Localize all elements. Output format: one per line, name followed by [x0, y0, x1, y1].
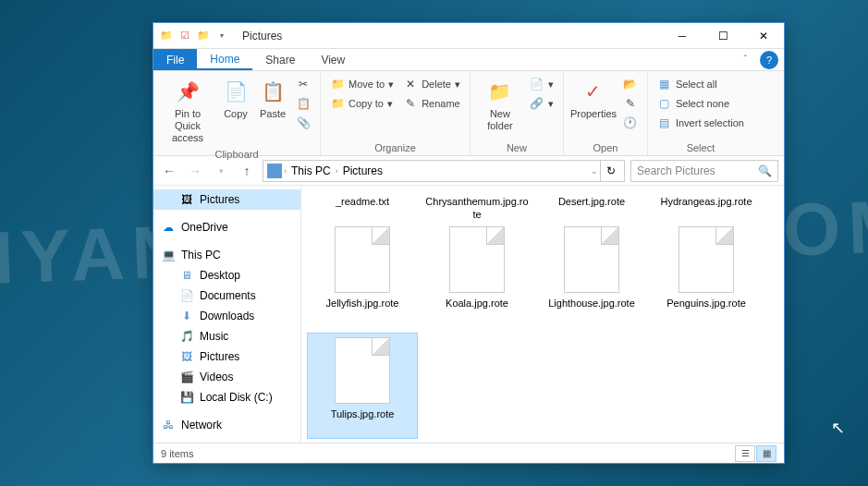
cut-button[interactable]: ✂ [292, 75, 314, 93]
file-item[interactable]: Jellyfish.jpg.rote [307, 223, 418, 329]
copy-path-button[interactable]: 📋 [292, 94, 314, 113]
address-dropdown-icon[interactable]: ⌄ [591, 166, 598, 176]
sidebar-item-documents[interactable]: 📄Documents [153, 286, 300, 306]
select-none-button[interactable]: ▢Select none [654, 94, 748, 113]
search-icon: 🔍 [758, 164, 772, 177]
downloads-icon: ⬇ [179, 309, 194, 323]
edit-button[interactable]: ✎ [619, 94, 642, 113]
file-name: Hydrangeas.jpg.rote [660, 195, 752, 208]
invert-selection-button[interactable]: ▤Invert selection [654, 114, 748, 132]
file-item[interactable]: _readme.txt [307, 191, 418, 219]
moveto-icon: 📁 [330, 77, 345, 91]
newitem-icon: 📄 [530, 77, 544, 91]
tab-file[interactable]: File [153, 49, 197, 70]
navigation-bar: ← → ▾ ↑ › This PC › Pictures ⌄ ↻ Search … [153, 156, 784, 186]
sidebar-item-downloads[interactable]: ⬇Downloads [153, 306, 300, 326]
file-name: Jellyfish.jpg.rote [326, 297, 399, 310]
file-item[interactable]: Hydrangeas.jpg.rote [651, 191, 762, 219]
file-name: Chrysanthemum.jpg.rote [425, 195, 529, 219]
details-view-button[interactable]: ☰ [735, 445, 755, 462]
forward-button[interactable]: → [185, 161, 205, 181]
thispc-icon: 💻 [161, 248, 176, 262]
file-item[interactable]: Desert.jpg.rote [536, 191, 647, 219]
help-icon[interactable]: ? [760, 51, 778, 69]
content-area: 🖼Pictures ☁OneDrive 💻This PC 🖥Desktop 📄D… [153, 186, 784, 443]
open-button[interactable]: 📂 [619, 75, 642, 93]
paste-button[interactable]: 📋 Paste [255, 75, 290, 122]
ribbon-tabs: File Home Share View ˆ ? [153, 49, 784, 71]
copy-button[interactable]: 📄 Copy [218, 75, 253, 122]
qat-newfolder-icon[interactable]: 📁 [196, 29, 211, 43]
onedrive-icon: ☁ [161, 220, 176, 235]
quick-access-toolbar: 📁 ☑ 📁 ▾ [153, 29, 235, 43]
pin-quick-access-button[interactable]: 📌 Pin to Quick access [159, 75, 216, 147]
file-list[interactable]: _readme.txtChrysanthemum.jpg.roteDesert.… [301, 186, 784, 443]
new-item-button[interactable]: 📄▾ [526, 75, 557, 93]
breadcrumb-thispc[interactable]: This PC [288, 164, 334, 177]
move-to-button[interactable]: 📁Move to ▾ [326, 75, 397, 93]
file-name: Penguins.jpg.rote [666, 297, 746, 310]
sidebar-item-pictures[interactable]: 🖼Pictures [153, 346, 300, 367]
delete-button[interactable]: ✕Delete ▾ [399, 75, 464, 93]
file-item[interactable]: Penguins.jpg.rote [651, 223, 762, 329]
back-button[interactable]: ← [159, 161, 179, 181]
collapse-ribbon-button[interactable]: ˆ [737, 49, 754, 70]
tab-share[interactable]: Share [252, 49, 308, 70]
documents-icon: 📄 [179, 288, 194, 303]
file-item[interactable]: Chrysanthemum.jpg.rote [422, 191, 532, 219]
new-folder-button[interactable]: 📁 New folder [476, 75, 524, 134]
sidebar-item-pictures-qa[interactable]: 🖼Pictures [153, 189, 300, 210]
refresh-button[interactable]: ↻ [600, 161, 620, 181]
search-input[interactable]: Search Pictures 🔍 [630, 160, 778, 182]
sidebar-item-desktop[interactable]: 🖥Desktop [153, 265, 300, 286]
file-icon [679, 226, 734, 293]
file-item[interactable]: Koala.jpg.rote [422, 223, 532, 329]
easy-access-button[interactable]: 🔗▾ [526, 94, 557, 113]
sidebar-item-videos[interactable]: 🎬Videos [153, 367, 300, 387]
sidebar-item-localdisk[interactable]: 💾Local Disk (C:) [153, 387, 300, 407]
history-button[interactable]: 🕐 [619, 114, 642, 132]
videos-icon: 🎬 [179, 370, 194, 384]
file-item[interactable]: Lighthouse.jpg.rote [536, 223, 647, 329]
file-name: Lighthouse.jpg.rote [548, 297, 635, 310]
qat-dropdown-icon[interactable]: ▾ [214, 29, 229, 43]
close-button[interactable]: ✕ [743, 23, 784, 49]
desktop-icon: 🖥 [179, 268, 194, 283]
sidebar-item-thispc[interactable]: 💻This PC [153, 245, 300, 265]
up-button[interactable]: ↑ [237, 161, 257, 181]
network-icon: 🖧 [161, 418, 176, 432]
tab-home[interactable]: Home [197, 49, 252, 70]
recent-dropdown[interactable]: ▾ [211, 161, 231, 181]
copy-to-button[interactable]: 📁Copy to ▾ [326, 94, 397, 113]
minimize-button[interactable]: ─ [662, 23, 703, 49]
breadcrumb-pictures[interactable]: Pictures [340, 164, 385, 177]
maximize-button[interactable]: ☐ [703, 23, 743, 49]
tab-view[interactable]: View [308, 49, 358, 70]
sidebar-item-network[interactable]: 🖧Network [153, 415, 300, 435]
rename-button[interactable]: ✎Rename [399, 94, 464, 113]
file-item[interactable]: Tulips.jpg.rote [307, 333, 418, 439]
icons-view-button[interactable]: ▦ [756, 445, 776, 462]
edit-icon: ✎ [623, 96, 638, 111]
easyaccess-icon: 🔗 [530, 96, 544, 111]
ribbon-group-open: ✓ Properties 📂 ✎ 🕐 Open [564, 71, 648, 155]
file-icon [335, 337, 390, 404]
newfolder-icon: 📁 [485, 77, 515, 106]
rename-icon: ✎ [403, 96, 418, 111]
selectall-icon: ▦ [657, 77, 672, 91]
file-icon [449, 226, 505, 293]
explorer-icon: 📁 [159, 29, 174, 43]
window-title: Pictures [235, 30, 662, 43]
item-count: 9 items [161, 448, 193, 459]
address-bar[interactable]: › This PC › Pictures ⌄ ↻ [263, 160, 625, 182]
delete-icon: ✕ [403, 77, 418, 91]
ribbon-group-organize: 📁Move to ▾ 📁Copy to ▾ ✕Delete ▾ ✎Rename … [321, 71, 471, 155]
sidebar-item-music[interactable]: 🎵Music [153, 326, 300, 346]
properties-button[interactable]: ✓ Properties [569, 75, 617, 122]
paste-shortcut-button[interactable]: 📎 [292, 114, 314, 132]
sidebar-item-onedrive[interactable]: ☁OneDrive [153, 217, 300, 237]
select-all-button[interactable]: ▦Select all [654, 75, 748, 93]
navigation-pane: 🖼Pictures ☁OneDrive 💻This PC 🖥Desktop 📄D… [153, 186, 301, 443]
qat-properties-icon[interactable]: ☑ [177, 29, 192, 43]
pin-icon: 📌 [173, 77, 202, 106]
